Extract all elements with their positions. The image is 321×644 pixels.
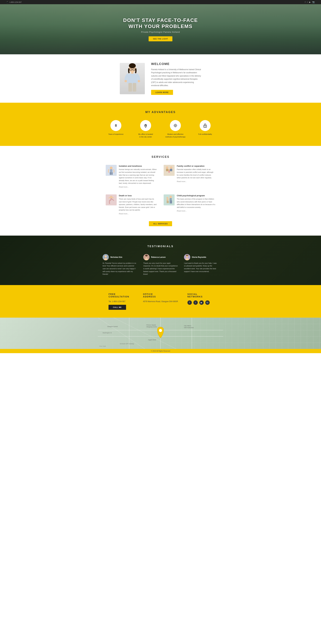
svg-text:Old Fruitmarket: Old Fruitmarket (184, 327, 194, 328)
svg-point-32 (170, 196, 172, 198)
welcome-learn-more-button[interactable]: LEARN MORE (151, 90, 173, 95)
testimonials-heading: TESTIMONIALS (6, 245, 315, 248)
advantage-methods-label: Modern and effectivemethods of psychothe… (165, 133, 186, 138)
service-death-title: Death or loss (119, 194, 157, 197)
footer-twitter-icon[interactable]: t (194, 300, 198, 305)
copyright-text: © 2016 All Rights Reserved (151, 350, 170, 352)
settings-icon (173, 123, 178, 128)
testimonial-gloria-text: I just want to thank you for your help. … (184, 262, 218, 273)
svg-text:Shopping Centre: Shopping Centre (146, 326, 157, 328)
svg-rect-26 (170, 169, 172, 171)
testimonial-nicholas: Nicholas Kim Hi, Pamela! You've solved m… (102, 254, 137, 276)
service-grief-illustration (106, 194, 117, 206)
footer-address: OFFICEADDRESS 4578 Marmora Road, Glasgow… (143, 293, 178, 310)
advantage-years-number: 8 (115, 124, 117, 128)
testimonial-nicholas-header: Nicholas Kim (102, 254, 137, 260)
advantage-methods-circle (170, 120, 181, 131)
testimonial-gloria-avatar (184, 254, 190, 260)
svg-rect-21 (111, 172, 112, 175)
social-youtube-top[interactable]: ▶ (309, 1, 311, 3)
advantage-confidentiality-circle (200, 120, 210, 131)
testimonial-rebecca-name: Rebecca Larson (151, 256, 166, 258)
svg-rect-5 (128, 83, 132, 92)
service-death-content: Death or loss There are many kinds of lo… (119, 194, 157, 215)
svg-rect-19 (110, 169, 112, 172)
service-isolation-readmore[interactable]: Read more... (119, 186, 129, 188)
social-twitter-top[interactable]: t (307, 1, 308, 3)
svg-rect-6 (133, 83, 136, 92)
service-child-readmore[interactable]: Read more... (177, 210, 187, 212)
svg-point-18 (110, 166, 112, 169)
svg-rect-33 (170, 198, 172, 200)
map-section: Glasgow Central Princes Square Shopping … (0, 318, 321, 349)
service-family-body: Parental separation often initially lead… (177, 168, 215, 179)
service-isolation-title: Isolation and loneliness (119, 165, 157, 167)
hero-section: DON'T STAY FACE-TO-FACE WITH YOUR PROBLE… (0, 4, 321, 54)
service-family-readmore[interactable]: Read more... (177, 180, 187, 182)
testimonials-section: TESTIMONIALS Nicholas Kim Hi, Pamela! Yo… (0, 236, 321, 285)
service-death-body: There are many kinds of loss and each ha… (119, 198, 157, 212)
top-phone: 1-800-1234-567 (10, 1, 22, 3)
top-bar: 📱 1-800-1234-567 f t ▶ 📷 (0, 0, 321, 4)
footer-instagram-icon[interactable]: 📷 (205, 300, 210, 305)
service-death-readmore[interactable]: Read more... (119, 213, 129, 214)
advantage-confidentiality-label: Full confidentiality (198, 133, 212, 136)
lock-icon (203, 123, 207, 128)
services-section: SERVICES Isolation and loneliness Human … (0, 146, 321, 236)
top-bar-social: f t ▶ 📷 (305, 1, 315, 3)
social-instagram-top[interactable]: 📷 (312, 1, 315, 3)
svg-rect-37 (171, 200, 172, 204)
service-isolation-illustration (106, 165, 117, 176)
footer-social: SOCIALNETWORKS f t ▶ 📷 (188, 293, 212, 310)
footer-call-me-button[interactable]: CALL ME (108, 305, 126, 310)
welcome-person-illustration (123, 63, 142, 94)
welcome-section: WELCOME Pamela Holland is a University o… (0, 54, 321, 103)
svg-point-46 (145, 255, 148, 256)
welcome-content: WELCOME Pamela Holland is a University o… (151, 62, 201, 95)
services-heading: SERVICES (12, 155, 308, 158)
svg-point-23 (166, 166, 168, 169)
testimonial-gloria-name: Gloria Reynolds (192, 256, 206, 258)
services-grid: Isolation and loneliness Human beings ar… (106, 165, 215, 215)
service-child-title: Child psychological program (177, 194, 215, 197)
svg-text:River Clyde: River Clyde (100, 346, 106, 347)
advantage-location-circle (140, 120, 151, 131)
phone-icon: 📱 (6, 1, 8, 3)
svg-rect-20 (110, 172, 111, 175)
all-services-button[interactable]: ALL SERVICES (149, 221, 172, 226)
service-death: Death or loss There are many kinds of lo… (106, 194, 157, 215)
service-child: Child psychological program The basic pr… (164, 194, 215, 215)
hero-cta-button[interactable]: SEE THE LIGHT (148, 36, 172, 41)
svg-rect-35 (166, 199, 168, 201)
svg-point-15 (205, 126, 206, 127)
svg-text:Princes Square: Princes Square (146, 324, 156, 326)
service-family-image (164, 165, 174, 176)
svg-point-12 (175, 125, 176, 126)
location-icon (144, 123, 148, 128)
advantage-years-label: Years of experience (108, 133, 124, 136)
svg-rect-28 (168, 171, 170, 173)
footer-facebook-icon[interactable]: f (188, 300, 192, 305)
advantage-location-label: My office is locatedin the city center (138, 133, 153, 138)
copyright-bar: © 2016 All Rights Reserved (0, 349, 321, 353)
footer-consultation: FREECONSULTATION Tel. 1-800-1234-567 CAL… (108, 293, 134, 310)
testimonial-nicholas-name: Nicholas Kim (110, 256, 122, 258)
testimonial-gloria: Gloria Reynolds I just want to thank you… (184, 254, 218, 276)
svg-point-25 (170, 166, 172, 169)
testimonial-rebecca-text: Thank you very much for your rapid respo… (143, 262, 178, 276)
social-facebook-top[interactable]: f (305, 1, 306, 3)
svg-point-11 (145, 125, 146, 126)
avatar-nicholas (102, 254, 109, 260)
svg-point-3 (124, 80, 127, 82)
advantage-confidentiality: Full confidentiality (195, 120, 215, 138)
service-child-body: The basic premise of the program is that… (177, 198, 215, 209)
svg-rect-36 (170, 200, 171, 204)
hero-title: DON'T STAY FACE-TO-FACE WITH YOUR PROBLE… (123, 17, 198, 29)
footer-address-heading: OFFICEADDRESS (143, 293, 178, 298)
service-family: Family conflict or separation Parental s… (164, 165, 215, 188)
footer-youtube-icon[interactable]: ▶ (199, 300, 204, 305)
testimonials-grid: Nicholas Kim Hi, Pamela! You've solved m… (98, 254, 223, 276)
testimonial-rebecca: Rebecca Larson Thank you very much for y… (143, 254, 178, 276)
advantages-grid: 8 Years of experience My office is locat… (6, 120, 315, 138)
svg-text:City Halls &: City Halls & (184, 325, 191, 326)
